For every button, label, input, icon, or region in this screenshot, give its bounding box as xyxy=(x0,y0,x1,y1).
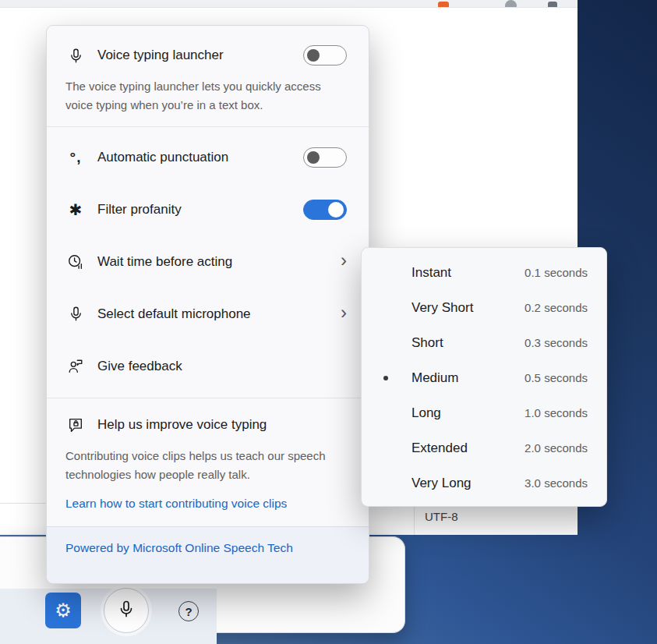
speech-bubble-lock-icon xyxy=(65,416,86,433)
option-value: 3.0 seconds xyxy=(525,476,588,490)
toggle-knob xyxy=(307,49,320,62)
improve-description: Contributing voice clips helps us teach … xyxy=(65,447,347,483)
menu-item-label: Wait time before acting xyxy=(97,254,341,270)
wait-option-long[interactable]: Long 1.0 seconds xyxy=(362,395,606,430)
option-label: Long xyxy=(412,405,525,421)
background-window-titlebar xyxy=(0,0,578,8)
option-value: 0.5 seconds xyxy=(525,371,588,384)
contribute-voice-clips-link[interactable]: Learn how to start contributing voice cl… xyxy=(65,497,287,511)
launcher-section: Voice typing launcher The voice typing l… xyxy=(47,26,369,126)
statusbar-encoding: UTF-8 xyxy=(425,510,458,523)
menu-item-label: Help us improve voice typing xyxy=(97,417,347,433)
option-value: 0.2 seconds xyxy=(525,301,588,314)
microphone-icon xyxy=(117,600,136,621)
automatic-punctuation-toggle[interactable] xyxy=(303,147,347,168)
chevron-right-icon: › xyxy=(341,303,347,324)
option-label: Extended xyxy=(412,441,525,456)
microphone-icon xyxy=(65,306,86,322)
microphone-button[interactable] xyxy=(104,588,149,633)
menu-item-label: Give feedback xyxy=(97,359,347,374)
wait-option-medium[interactable]: Medium 0.5 seconds xyxy=(362,360,606,395)
wait-option-instant[interactable]: Instant 0.1 seconds xyxy=(362,255,606,290)
wait-option-short[interactable]: Short 0.3 seconds xyxy=(362,325,606,360)
menu-items-section: °, Automatic punctuation ✱ Filter profan… xyxy=(47,127,369,398)
wait-option-very-short[interactable]: Very Short 0.2 seconds xyxy=(362,290,606,325)
menu-item-voice-typing-launcher[interactable]: Voice typing launcher xyxy=(65,37,347,74)
statusbar-cell-divider xyxy=(414,504,415,535)
menu-item-help-improve: Help us improve voice typing xyxy=(65,406,347,444)
option-value: 2.0 seconds xyxy=(525,441,588,455)
menu-item-give-feedback[interactable]: Give feedback xyxy=(65,340,347,392)
option-value: 0.1 seconds xyxy=(525,266,588,279)
menu-item-label: Filter profanity xyxy=(97,202,303,218)
wait-time-clock-icon xyxy=(65,253,86,271)
asterisk-icon: ✱ xyxy=(65,200,86,219)
voice-settings-button[interactable]: ⚙ xyxy=(45,593,81,628)
option-label: Very Short xyxy=(412,300,525,316)
toggle-knob xyxy=(328,202,344,218)
titlebar-settings-icon xyxy=(548,2,557,8)
voice-typing-launcher-toggle[interactable] xyxy=(303,45,347,65)
improve-section: Help us improve voice typing Contributin… xyxy=(47,398,369,525)
option-value: 1.0 seconds xyxy=(525,406,588,419)
menu-item-select-microphone[interactable]: Select default microphone › xyxy=(65,288,347,340)
menu-item-wait-time[interactable]: Wait time before acting › xyxy=(65,235,347,288)
option-label: Instant xyxy=(412,265,525,281)
powered-by-section: Powered by Microsoft Online Speech Tech xyxy=(47,526,369,583)
desktop: UTF-8 ⚙ ? xyxy=(0,0,657,644)
filter-profanity-toggle[interactable] xyxy=(303,200,347,220)
powered-by-link[interactable]: Powered by Microsoft Online Speech Tech xyxy=(65,541,293,555)
voice-settings-menu: Voice typing launcher The voice typing l… xyxy=(46,25,369,584)
toggle-knob xyxy=(307,151,320,164)
punctuation-icon: °, xyxy=(65,149,86,166)
profile-avatar-icon xyxy=(505,0,517,8)
wait-option-very-long[interactable]: Very Long 3.0 seconds xyxy=(362,465,606,501)
feedback-icon xyxy=(65,358,86,375)
option-label: Medium xyxy=(412,370,525,386)
wait-option-extended[interactable]: Extended 2.0 seconds xyxy=(362,430,606,465)
menu-item-label: Voice typing launcher xyxy=(97,48,303,63)
launcher-description: The voice typing launcher lets you quick… xyxy=(65,77,347,114)
wait-time-menu: Instant 0.1 seconds Very Short 0.2 secon… xyxy=(361,247,607,507)
chevron-right-icon: › xyxy=(341,251,347,272)
voice-help-button[interactable]: ? xyxy=(178,601,199,621)
menu-item-label: Select default microphone xyxy=(97,306,341,322)
microphone-icon xyxy=(65,48,86,64)
option-label: Very Long xyxy=(412,476,525,491)
menu-item-label: Automatic punctuation xyxy=(97,150,303,165)
option-value: 0.3 seconds xyxy=(525,336,588,349)
menu-item-filter-profanity[interactable]: ✱ Filter profanity xyxy=(65,183,347,235)
browser-logo-icon xyxy=(438,2,449,8)
selected-dot-icon xyxy=(383,376,388,380)
option-label: Short xyxy=(412,335,525,351)
menu-item-automatic-punctuation[interactable]: °, Automatic punctuation xyxy=(65,131,347,183)
gear-icon: ⚙ xyxy=(55,601,72,620)
